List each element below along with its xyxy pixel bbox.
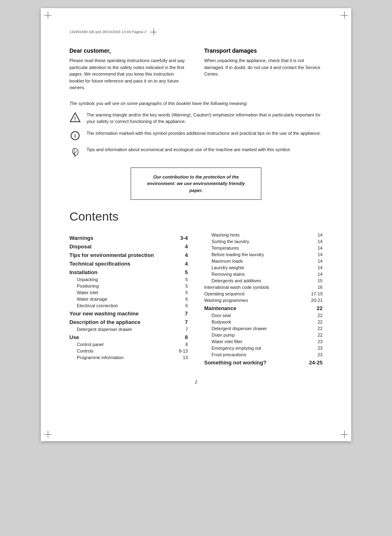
toc-page: 23: [310, 339, 323, 344]
svg-text:i: i: [74, 133, 76, 139]
info-circle-icon: i: [69, 130, 81, 141]
toc-label: Installation: [69, 269, 98, 275]
toc-item: Tips for environmental protection4: [69, 252, 188, 258]
toc-label: Operating sequence: [204, 291, 245, 296]
toc-right: Washing hints14Sorting the laundry14Temp…: [204, 232, 323, 367]
toc-page: 7: [176, 327, 188, 332]
page: 132991680 GB.qxd 28/10/2003 13:49 Pagina…: [41, 8, 351, 441]
toc-item: Laundry weights14: [204, 265, 323, 270]
toc-label: Washing programmes: [204, 298, 248, 303]
svg-text:!: !: [74, 116, 76, 122]
toc-page: 22: [310, 313, 323, 318]
toc-item: Before loading the laundry14: [204, 252, 323, 257]
toc-page: 14: [310, 272, 323, 277]
toc-page: 14: [310, 252, 323, 257]
toc-label: Laundry weights: [212, 265, 244, 270]
toc-label: Maximum loads: [212, 259, 243, 264]
toc-label: Use: [69, 334, 79, 340]
toc-page: 23: [310, 352, 323, 357]
toc-item: Drain pump22: [204, 333, 323, 337]
toc-label: Sorting the laundry: [212, 239, 249, 244]
toc-item: Water inlet filter23: [204, 339, 323, 344]
toc-page: 22: [310, 305, 323, 311]
corner-tr: [341, 11, 348, 19]
toc-label: Electrical connection: [77, 303, 118, 308]
toc-item: Unpacking5: [69, 277, 188, 282]
toc-page: 24-25: [309, 360, 323, 366]
toc-label: Detergent dispenser drawer: [77, 327, 132, 332]
toc-page: 14: [310, 246, 323, 250]
toc-item: Detergents and additives15: [204, 278, 323, 283]
toc-item: Positioning5: [69, 284, 188, 288]
toc-label: Water drainage: [77, 297, 107, 302]
warning-symbol-text: The warning triangle and/or the key word…: [87, 112, 323, 125]
meta-text: 132991680 GB.qxd 28/10/2003 13:49 Pagina…: [69, 30, 146, 34]
toc-page: 22: [310, 326, 323, 331]
toc-label: Technical specifications: [69, 261, 130, 267]
toc-item: Removing stains14: [204, 272, 323, 277]
toc-label: Something not working?: [204, 360, 266, 366]
toc-page: 14: [310, 239, 323, 244]
corner-br: [341, 431, 348, 438]
toc-label: Tips for environmental protection: [69, 252, 154, 258]
toc-label: Disposal: [69, 243, 91, 250]
toc-page: 23: [310, 346, 323, 351]
toc-item: Washing hints14: [204, 232, 323, 237]
toc-label: Frost precautions: [212, 352, 246, 357]
toc-label: Warnings: [69, 235, 94, 241]
toc-label: Unpacking: [77, 277, 98, 282]
toc-item: Washing programmes20-21: [204, 298, 323, 303]
toc-label: Description of the appliance: [69, 319, 140, 325]
toc-page: 6: [176, 297, 188, 302]
symbols-intro-text: The symbols you will see on some paragra…: [69, 101, 323, 106]
toc-page: 4: [176, 243, 188, 250]
page-number: 2: [69, 380, 323, 384]
toc-page: 20-21: [310, 298, 323, 303]
toc-item: Electrical connection6: [69, 303, 188, 308]
toc-label: Control panel: [77, 342, 103, 347]
toc-label: Removing stains: [212, 272, 245, 277]
toc-item: Temperatures14: [204, 246, 323, 250]
toc-label: Detergent dispenser drawer: [212, 326, 267, 331]
transport-damages-body: When unpacking the appliance, check that…: [204, 57, 323, 78]
transport-damages-heading: Transport damages: [204, 47, 323, 54]
toc-page: 5: [176, 290, 188, 295]
toc-page: 3-4: [176, 235, 188, 241]
toc-page: 22: [310, 319, 323, 324]
toc-item: Sorting the laundry14: [204, 239, 323, 244]
warning-symbol-row: ! The warning triangle and/or the key wo…: [69, 112, 323, 125]
toc-item: Detergent dispenser drawer7: [69, 327, 188, 332]
toc-page: 7: [176, 310, 188, 317]
toc-page: 8-13: [176, 348, 188, 353]
intro-right: Transport damages When unpacking the app…: [204, 47, 323, 91]
dear-customer-heading: Dear customer,: [69, 47, 188, 54]
toc-page: 4: [176, 261, 188, 267]
toc-item: Operating sequence17-19: [204, 291, 323, 296]
toc-item: Frost precautions23: [204, 352, 323, 357]
toc-label: Maintenance: [204, 305, 236, 311]
toc-label: Emergency emptying out: [212, 346, 261, 351]
toc-label: Bodywork: [212, 319, 231, 324]
toc-page: 5: [176, 277, 188, 282]
toc-item: Control panel8: [69, 342, 188, 347]
toc-label: Controls: [77, 348, 94, 353]
info-symbol-text: The information marked with this symbol …: [87, 130, 323, 137]
toc-item: Programme information13: [69, 355, 188, 360]
center-crosshair: [150, 29, 157, 35]
toc-item: Use8: [69, 334, 188, 340]
corner-bl: [44, 431, 51, 438]
toc-label: Washing hints: [212, 232, 240, 237]
eco-box: Our contribution to the protection of th…: [131, 168, 261, 200]
toc-label: Water inlet filter: [212, 339, 243, 344]
contents-title: Contents: [69, 210, 323, 223]
toc-label: Positioning: [77, 284, 99, 288]
toc-item: Water drainage6: [69, 297, 188, 302]
leaf-icon: [69, 146, 81, 158]
toc-label: Your new washing machine: [69, 310, 139, 317]
toc-item: Bodywork22: [204, 319, 323, 324]
toc-page: 15: [310, 278, 323, 283]
toc-page: 6: [176, 303, 188, 308]
corner-tl: [44, 11, 51, 19]
toc-left: Warnings3-4Disposal4Tips for environment…: [69, 232, 188, 367]
toc-page: 16: [310, 285, 323, 290]
